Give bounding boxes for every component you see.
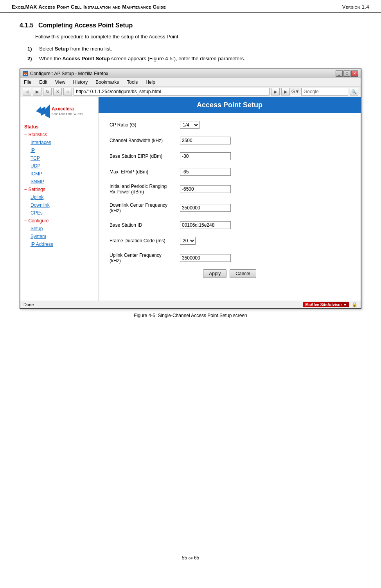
browser-titlebar: 🦊 Configure:: AP Setup - Mozilla Firefox… <box>20 69 361 78</box>
input-cell-bs-eirp <box>177 150 353 162</box>
browser-status: Done <box>23 302 34 307</box>
browser-menubar: File Edit View History Bookmarks Tools H… <box>20 78 361 87</box>
menu-file[interactable]: File <box>23 79 32 85</box>
sidebar-item-status[interactable]: Status <box>20 123 98 131</box>
menu-help[interactable]: Help <box>144 79 156 85</box>
sidebar-item-snmp[interactable]: SNMP <box>20 178 98 186</box>
minus-icon: − <box>24 132 27 137</box>
form-row-ul-freq: Uplink Center Frequency (kHz) <box>106 251 353 265</box>
close-button[interactable]: ✕ <box>351 70 358 77</box>
select-cp-ratio[interactable]: 1/4 1/8 1/16 1/32 <box>180 121 199 129</box>
menu-tools[interactable]: Tools <box>126 79 139 85</box>
nav-button[interactable]: ▶ <box>281 88 290 96</box>
sidebar-item-ipaddress[interactable]: IP Address <box>20 240 98 248</box>
title-left: 🦊 Configure:: AP Setup - Mozilla Firefox <box>23 71 108 76</box>
sidebar-item-icmp[interactable]: ICMP <box>20 170 98 178</box>
browser-window: 🦊 Configure:: AP Setup - Mozilla Firefox… <box>20 69 361 309</box>
input-cell-dl-freq <box>177 200 353 215</box>
search-go-button[interactable]: 🔍 <box>350 88 358 96</box>
step-2: 2) When the Access Point Setup screen ap… <box>27 56 361 61</box>
sidebar-item-udp[interactable]: UDP <box>20 162 98 170</box>
label-max-eirxp: Max. EIRxP (dBm) <box>106 166 177 178</box>
svg-text:Axxcelera: Axxcelera <box>52 106 74 112</box>
sidebar-group-settings[interactable]: − Settings <box>20 186 98 193</box>
sidebar-item-downlink[interactable]: Downlink <box>20 201 98 209</box>
sidebar-item-setup[interactable]: Setup <box>20 225 98 233</box>
select-frame-duration[interactable]: 20 10 5 <box>180 237 196 245</box>
step-2-text: When the Access Point Setup screen appea… <box>39 56 245 61</box>
label-cp-ratio: CP Ratio (G) <box>106 119 177 131</box>
menu-edit[interactable]: Edit <box>38 79 49 85</box>
figure-caption: Figure 4-5: Single-Channel Access Point … <box>20 313 361 318</box>
sidebar-item-uplink[interactable]: Uplink <box>20 193 98 201</box>
doc-version: Version 1.4 <box>342 4 369 10</box>
sidebar-item-interfaces[interactable]: Interfaces <box>20 139 98 146</box>
go-button[interactable]: ▶ <box>271 88 280 96</box>
input-dl-freq[interactable] <box>180 204 231 212</box>
google-label: G▼ <box>291 89 300 94</box>
forward-button[interactable]: ▶ <box>33 88 41 96</box>
input-max-eirxp[interactable] <box>180 168 231 176</box>
step-1-text: Select Setup from the menu list. <box>39 46 112 52</box>
form-row-channel-bw: Channel Bandwidth (kHz) <box>106 135 353 146</box>
svg-marker-1 <box>36 104 50 118</box>
browser-footer: Done McAfee SiteAdvisor ▼ 🔒 <box>20 301 361 308</box>
apply-button[interactable]: Apply <box>203 269 226 278</box>
input-cell-channel-bw <box>177 135 353 146</box>
label-channel-bw: Channel Bandwidth (kHz) <box>106 135 177 146</box>
mcafee-badge[interactable]: McAfee SiteAdvisor ▼ <box>303 302 349 307</box>
reload-button[interactable]: ↻ <box>43 88 52 96</box>
form-row-bs-eirp: Base Station EIRP (dBm) <box>106 150 353 162</box>
sidebar-item-cpes[interactable]: CPEs <box>20 209 98 217</box>
input-cell-ranging <box>177 182 353 197</box>
main-content: Access Point Setup CP Ratio (G) 1/4 <box>99 97 361 301</box>
sidebar-group-statistics[interactable]: − Statistics <box>20 131 98 139</box>
home-button[interactable]: ⌂ <box>63 88 72 96</box>
stop-button[interactable]: ✕ <box>53 88 62 96</box>
section-number: 4.1.5 <box>20 22 37 29</box>
search-input[interactable] <box>301 88 348 96</box>
browser-title-text: Configure:: AP Setup - Mozilla Firefox <box>30 71 108 76</box>
label-ranging: Initial and Periodic Ranging Rx Power (d… <box>106 182 177 197</box>
sidebar-logo: Axxcelera BROADBAND WIRELESS <box>20 101 98 123</box>
sidebar-item-ip[interactable]: IP <box>20 146 98 154</box>
input-cell-ul-freq <box>177 251 353 265</box>
axxcelera-logo: Axxcelera BROADBAND WIRELESS <box>36 104 83 118</box>
title-controls: _ □ ✕ <box>336 70 358 77</box>
minus-settings-icon: − <box>24 187 27 192</box>
back-button[interactable]: ◀ <box>23 88 31 96</box>
form-row-frame-duration: Frame Duration Code (ms) 20 10 5 <box>106 235 353 247</box>
url-bar[interactable] <box>74 88 270 96</box>
doc-title: ExcelMAX Access Point Cell Installation … <box>12 4 166 10</box>
footer-right: McAfee SiteAdvisor ▼ 🔒 <box>303 302 358 307</box>
menu-history[interactable]: History <box>72 79 89 85</box>
menu-bookmarks[interactable]: Bookmarks <box>94 79 120 85</box>
form-row-cp-ratio: CP Ratio (G) 1/4 1/8 1/16 1/32 <box>106 119 353 131</box>
form-table: CP Ratio (G) 1/4 1/8 1/16 1/32 <box>106 119 353 265</box>
input-ranging[interactable] <box>180 185 231 193</box>
maximize-button[interactable]: □ <box>343 70 350 77</box>
cancel-button[interactable]: Cancel <box>230 269 256 278</box>
button-row: Apply Cancel <box>106 265 353 282</box>
menu-view[interactable]: View <box>54 79 66 85</box>
input-ul-freq[interactable] <box>180 254 231 262</box>
security-icon: 🔒 <box>352 302 358 307</box>
svg-text:BROADBAND WIRELESS: BROADBAND WIRELESS <box>52 113 83 115</box>
minimize-button[interactable]: _ <box>336 70 343 77</box>
sidebar-group-configure[interactable]: − Configure <box>20 217 98 225</box>
label-bs-id: Base Station ID <box>106 219 177 231</box>
form-area: CP Ratio (G) 1/4 1/8 1/16 1/32 <box>99 113 361 288</box>
label-dl-freq: Downlink Center Frequency (kHz) <box>106 200 177 215</box>
input-channel-bw[interactable] <box>180 137 231 144</box>
sidebar-item-system[interactable]: System <box>20 233 98 240</box>
page-footer: 55 of 65 <box>0 547 381 565</box>
input-cell-max-eirxp <box>177 166 353 178</box>
input-bs-id[interactable] <box>180 221 231 229</box>
browser-content: Axxcelera BROADBAND WIRELESS Status − St… <box>20 97 361 301</box>
step-2-num: 2) <box>27 56 39 61</box>
sidebar-item-tcp[interactable]: TCP <box>20 154 98 162</box>
input-bs-eirp[interactable] <box>180 152 231 160</box>
label-ul-freq: Uplink Center Frequency (kHz) <box>106 251 177 265</box>
step-1-num: 1) <box>27 46 39 52</box>
form-row-max-eirxp: Max. EIRxP (dBm) <box>106 166 353 178</box>
